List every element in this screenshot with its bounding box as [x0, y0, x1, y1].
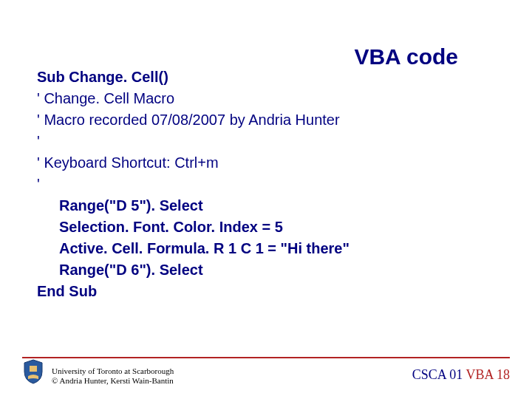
- code-line-2: ' Change. Cell Macro: [37, 88, 349, 109]
- footer-course: CSCA 01: [412, 367, 466, 382]
- code-line-5: ' Keyboard Shortcut: Ctrl+m: [37, 152, 349, 174]
- svg-rect-0: [30, 366, 37, 372]
- footer-page-number: 18: [497, 367, 510, 382]
- code-line-4: ': [37, 131, 349, 152]
- footer-copyright: © Andria Hunter, Kersti Wain-Bantin: [52, 376, 174, 386]
- code-line-9: Active. Cell. Formula. R 1 C 1 = "Hi the…: [37, 238, 349, 259]
- slide: VBA code Sub Change. Cell() ' Change. Ce…: [0, 0, 532, 399]
- footer-divider: [22, 357, 510, 358]
- footer-vba: VBA: [466, 367, 497, 382]
- university-crest-icon: [22, 358, 44, 384]
- code-line-10: Range("D 6"). Select: [37, 259, 349, 281]
- proc-name: Change. Cell(): [69, 69, 168, 85]
- slide-title: VBA code: [354, 44, 458, 69]
- footer-university: University of Toronto at Scarborough: [52, 366, 174, 376]
- code-line-7: Range("D 5"). Select: [37, 195, 349, 216]
- footer-right: CSCA 01 VBA 18: [412, 367, 510, 383]
- vba-code-block: Sub Change. Cell() ' Change. Cell Macro …: [37, 66, 349, 302]
- code-line-11: End Sub: [37, 281, 349, 302]
- keyword-sub: Sub: [37, 69, 69, 85]
- code-line-8: Selection. Font. Color. Index = 5: [37, 216, 349, 238]
- code-line-6: ': [37, 174, 349, 195]
- code-line-3: ' Macro recorded 07/08/2007 by Andria Hu…: [37, 109, 349, 131]
- code-line-1: Sub Change. Cell(): [37, 66, 349, 88]
- footer-attribution: University of Toronto at Scarborough © A…: [52, 366, 174, 386]
